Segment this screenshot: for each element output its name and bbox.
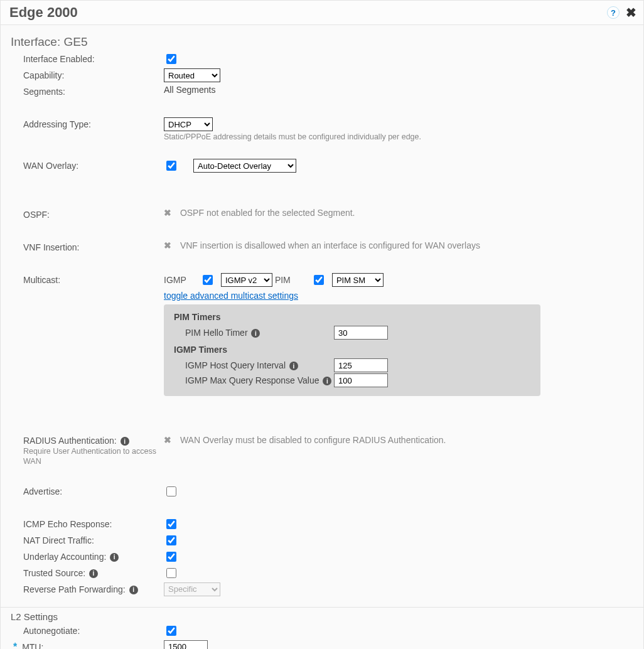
info-icon[interactable]: i [129,586,138,594]
igmp-timers-heading: IGMP Timers [174,345,530,355]
radius-message: WAN Overlay must be disabled to configur… [180,435,446,445]
trusted-source-checkbox[interactable] [166,568,176,578]
capability-select[interactable]: Routed [164,68,220,82]
vnf-message: VNF insertion is disallowed when an inte… [180,240,480,250]
close-icon[interactable]: ✖ [623,5,638,20]
info-icon[interactable]: i [89,569,98,578]
advertise-checkbox[interactable] [166,486,176,496]
igmp-checkbox[interactable] [203,275,213,285]
disabled-icon: ✖ [164,240,171,250]
igmp-label: IGMP [164,275,194,285]
label-mtu: MTU: [22,642,43,649]
igmp-host-query-label: IGMP Host Query Interval [185,360,286,370]
label-segments: Segments: [11,85,164,99]
wan-overlay-select[interactable]: Auto-Detect Overlay [193,159,296,173]
interface-heading: Interface: GE5 [11,35,633,49]
label-rpf: Reverse Path Forwarding: [23,584,126,594]
help-button[interactable]: ? [607,6,620,19]
pim-checkbox[interactable] [314,275,324,285]
info-icon[interactable]: i [110,553,119,562]
dialog-title: Edge 2000 [9,4,78,21]
pim-hello-input[interactable] [334,326,388,340]
underlay-accounting-checkbox[interactable] [166,552,176,562]
info-icon[interactable]: i [323,377,331,385]
label-autonegotiate: Autonegotiate: [11,624,164,638]
pim-label: PIM [275,275,305,285]
igmp-host-query-input[interactable] [334,358,388,372]
addressing-type-select[interactable]: DHCP [164,117,213,131]
pim-timers-heading: PIM Timers [174,312,530,322]
l2-heading: L2 Settings [11,611,633,622]
label-nat: NAT Direct Traffic: [11,534,164,547]
toggle-advanced-multicast-link[interactable]: toggle advanced multicast settings [164,291,298,301]
pim-mode-select[interactable]: PIM SM [332,273,384,287]
label-vnf: VNF Insertion: [11,240,164,254]
addressing-note: Static/PPPoE addressing details must be … [164,132,633,141]
required-star-icon: * [13,641,17,649]
disabled-icon: ✖ [164,435,171,445]
disabled-icon: ✖ [164,208,171,218]
autonegotiate-checkbox[interactable] [166,626,176,636]
label-addressing: Addressing Type: [11,117,164,131]
label-multicast: Multicast: [11,273,164,287]
igmp-version-select[interactable]: IGMP v2 [221,273,272,287]
label-trusted: Trusted Source: [23,568,85,578]
label-underlay: Underlay Accounting: [23,552,106,562]
label-interface-enabled: Interface Enabled: [11,52,164,66]
label-advertise: Advertise: [11,485,164,498]
pim-hello-label: PIM Hello Timer [185,328,248,338]
radius-sublabel: Require User Authentication to access WA… [23,446,161,467]
wan-overlay-checkbox[interactable] [166,161,176,171]
info-icon[interactable]: i [121,437,129,446]
igmp-max-query-input[interactable] [334,373,388,387]
advanced-multicast-panel: PIM Timers PIM Hello Timer i IGMP Timers… [164,304,540,396]
segments-value: All Segments [164,85,215,95]
info-icon[interactable]: i [289,362,298,370]
interface-enabled-checkbox[interactable] [166,54,176,64]
igmp-max-query-label: IGMP Max Query Response Value [185,375,319,385]
label-wan-overlay: WAN Overlay: [11,159,164,173]
rpf-select: Specific [164,582,220,596]
label-icmp: ICMP Echo Response: [11,517,164,531]
nat-direct-checkbox[interactable] [166,535,176,545]
label-capability: Capability: [11,68,164,82]
info-icon[interactable]: i [251,329,260,338]
label-ospf: OSPF: [11,208,164,222]
icmp-echo-checkbox[interactable] [166,519,176,529]
label-radius: RADIUS Authentication: [23,436,117,446]
ospf-message: OSPF not enabled for the selected Segmen… [180,208,355,218]
mtu-input[interactable] [164,640,208,649]
